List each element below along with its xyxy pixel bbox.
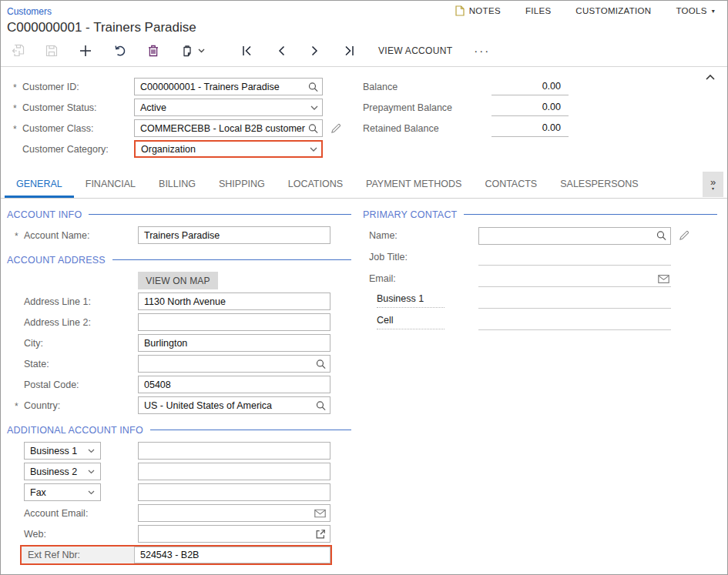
- phone1-type-select[interactable]: Business 1: [24, 442, 101, 460]
- web-field[interactable]: [138, 525, 330, 543]
- address-line1-row: Address Line 1: 1130 North Avenue: [7, 291, 354, 312]
- customer-class-field[interactable]: COMMERCEBB - Local B2B customer: [134, 119, 323, 137]
- envelope-icon[interactable]: [658, 275, 669, 283]
- undo-icon: [113, 45, 126, 57]
- view-account-button[interactable]: VIEW ACCOUNT: [366, 35, 465, 67]
- save-icon: [45, 45, 58, 57]
- account-name-row: * Account Name: Trainers Paradise: [7, 225, 354, 246]
- search-icon[interactable]: [316, 400, 326, 410]
- chevron-down-icon: ▾: [712, 8, 715, 15]
- contact-name-label: Name:: [363, 230, 478, 241]
- tools-button[interactable]: TOOLS ▾: [676, 6, 715, 15]
- tab-billing[interactable]: BILLING: [147, 170, 207, 198]
- fax-row: Fax: [7, 482, 354, 503]
- customer-status-select[interactable]: Active: [134, 99, 323, 116]
- header-links: NOTES FILES CUSTOMIZATION TOOLS ▾: [455, 5, 715, 16]
- tab-general[interactable]: GENERAL: [5, 170, 74, 198]
- contact-phone1-type: Business 1: [363, 293, 478, 308]
- chevron-down-icon[interactable]: [310, 147, 317, 152]
- chevron-down-icon[interactable]: [310, 105, 318, 110]
- fax-field[interactable]: [138, 483, 330, 501]
- page-header: Customers C000000001 - Trainers Paradise…: [1, 1, 727, 35]
- account-email-field[interactable]: [138, 504, 330, 522]
- retained-balance-row: Retained Balance 0.00: [363, 118, 569, 139]
- address-line2-field[interactable]: [138, 313, 330, 331]
- job-title-label: Job Title:: [363, 252, 478, 262]
- customization-label: CUSTOMIZATION: [575, 6, 651, 15]
- note-icon: [455, 5, 465, 16]
- save-close-button[interactable]: [1, 35, 35, 67]
- customization-button[interactable]: CUSTOMIZATION: [575, 6, 651, 15]
- tab-overflow-button[interactable]: » ▾: [703, 172, 723, 197]
- first-record-icon: [242, 45, 253, 56]
- web-row: Web:: [7, 523, 354, 544]
- phone1-field[interactable]: [138, 442, 330, 460]
- address-line2-row: Address Line 2:: [7, 312, 354, 333]
- country-row: * Country: US - United States of America: [7, 395, 354, 416]
- copy-paste-icon: [182, 45, 193, 57]
- contact-name-field[interactable]: [478, 227, 671, 245]
- account-name-label: * Account Name:: [7, 230, 138, 241]
- more-actions-button[interactable]: ···: [465, 44, 499, 57]
- state-row: State:: [7, 353, 354, 374]
- search-icon[interactable]: [308, 82, 318, 92]
- web-label: Web:: [7, 529, 138, 540]
- tab-shipping[interactable]: SHIPPING: [207, 170, 277, 198]
- country-field[interactable]: US - United States of America: [138, 396, 330, 414]
- delete-button[interactable]: [136, 35, 170, 67]
- record-toolbar: VIEW ACCOUNT ···: [1, 35, 727, 67]
- ext-ref-field[interactable]: 524543 - B2B: [134, 547, 330, 563]
- balance-row: Balance 0.00: [363, 76, 569, 97]
- address-line1-field[interactable]: 1130 North Avenue: [138, 293, 330, 310]
- account-name-field[interactable]: Trainers Paradise: [138, 226, 330, 244]
- notes-label: NOTES: [469, 6, 501, 15]
- fax-type-select[interactable]: Fax: [24, 483, 101, 501]
- last-record-button[interactable]: [332, 35, 366, 67]
- files-button[interactable]: FILES: [525, 6, 551, 15]
- chevron-up-icon: [706, 75, 715, 80]
- tab-payment-methods[interactable]: PAYMENT METHODS: [354, 170, 473, 198]
- first-record-button[interactable]: [230, 35, 264, 67]
- save-button[interactable]: [35, 35, 69, 67]
- balance-value: 0.00: [491, 79, 569, 95]
- collapse-summary-button[interactable]: [703, 72, 718, 83]
- address-line2-label: Address Line 2:: [7, 317, 138, 328]
- city-label: City:: [7, 338, 138, 349]
- section-rule: [89, 214, 351, 215]
- next-record-button[interactable]: [298, 35, 332, 67]
- copy-paste-button[interactable]: [170, 35, 216, 67]
- tab-salespersons[interactable]: SALESPERSONS: [549, 170, 649, 198]
- phone2-row: Business 2: [7, 461, 354, 482]
- tab-contacts[interactable]: CONTACTS: [473, 170, 549, 198]
- postal-code-row: Postal Code: 05408: [7, 374, 354, 395]
- ext-ref-label: Ext Ref Nbr:: [22, 550, 134, 560]
- phone2-field[interactable]: [138, 463, 330, 480]
- search-icon[interactable]: [656, 231, 666, 241]
- search-icon[interactable]: [308, 123, 318, 133]
- postal-code-field[interactable]: 05408: [138, 376, 330, 393]
- external-link-icon[interactable]: [315, 529, 326, 540]
- search-icon[interactable]: [316, 359, 326, 369]
- phone2-type-select[interactable]: Business 2: [24, 463, 101, 480]
- customer-id-label: * Customer ID:: [7, 82, 134, 92]
- add-record-button[interactable]: [69, 35, 102, 67]
- state-field[interactable]: [138, 355, 330, 373]
- envelope-icon[interactable]: [314, 509, 326, 517]
- pencil-icon[interactable]: [330, 123, 341, 134]
- tab-financial[interactable]: FINANCIAL: [74, 170, 147, 198]
- city-field[interactable]: Burlington: [138, 334, 330, 352]
- breadcrumb[interactable]: Customers: [7, 6, 52, 17]
- address-line1-label: Address Line 1:: [7, 296, 138, 307]
- customer-id-field[interactable]: C000000001 - Trainers Paradise: [134, 78, 323, 95]
- files-label: FILES: [525, 6, 551, 15]
- notes-button[interactable]: NOTES: [455, 5, 501, 16]
- balance-label: Balance: [363, 82, 491, 92]
- customer-category-select[interactable]: Organization: [134, 140, 323, 158]
- view-on-map-button[interactable]: VIEW ON MAP: [138, 272, 218, 289]
- tab-locations[interactable]: LOCATIONS: [277, 170, 354, 198]
- prev-record-button[interactable]: [264, 35, 298, 67]
- prepayment-balance-label: Prepayment Balance: [363, 102, 491, 113]
- cancel-undo-button[interactable]: [102, 35, 136, 67]
- pencil-icon[interactable]: [679, 230, 689, 241]
- delete-icon: [148, 45, 159, 57]
